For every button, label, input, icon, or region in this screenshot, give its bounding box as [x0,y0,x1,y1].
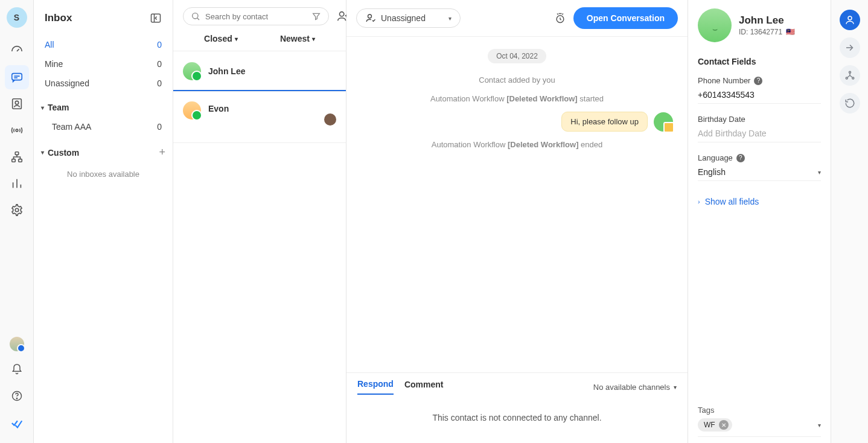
chevron-down-icon[interactable]: ▾ [818,422,821,429]
chevron-right-icon: › [698,198,700,205]
svg-point-17 [846,77,847,79]
custom-section-toggle[interactable]: ▾ Custom + [41,141,165,164]
notifications-icon[interactable] [5,357,29,381]
reports-nav-icon[interactable] [5,171,29,196]
conversation-name: John Lee [208,66,245,76]
inbox-item-mine[interactable]: Mine0 [41,54,165,74]
phone-field-value[interactable]: +60143345543 [698,90,821,104]
inbox-item-all[interactable]: All0 [41,35,165,54]
svg-point-18 [852,77,854,79]
svg-rect-0 [11,74,22,80]
inbox-nav-icon[interactable] [5,65,29,89]
svg-point-16 [849,71,850,73]
language-select[interactable]: English ▾ [698,167,821,181]
chat-pane: Unassigned ▾ Open Conversation Oct 04, 2… [346,0,688,443]
agent-avatar-icon[interactable] [10,337,24,351]
search-icon [191,11,200,21]
sort-filter-dropdown[interactable]: Newest▾ [280,34,315,43]
left-nav-rail: S [0,0,34,443]
tag-remove-icon[interactable]: ✕ [719,420,729,430]
open-conversation-button[interactable]: Open Conversation [573,7,678,29]
dashboard-nav-icon[interactable] [5,39,29,63]
chat-date-pill: Oct 04, 2022 [488,49,546,63]
chevron-down-icon: ▾ [818,169,821,176]
team-item-aaa[interactable]: Team AAA0 [41,117,165,136]
language-field-label: Language ? [698,153,821,162]
tab-comment[interactable]: Comment [404,380,444,394]
svg-rect-6 [18,159,22,162]
svg-point-15 [848,16,852,20]
chevron-down-icon: ▾ [235,36,238,42]
contact-name: John Lee [739,14,795,27]
svg-point-7 [15,208,19,212]
svg-point-9 [16,398,17,399]
custom-empty-text: No inboxes available [41,164,165,179]
system-event-workflow-end: Automation Workflow [Deleted Workflow] e… [432,140,602,149]
broadcast-nav-icon[interactable] [5,118,29,142]
snooze-icon[interactable] [554,12,566,24]
message-bubble: Hi, please follow up [561,112,648,132]
contact-fields-heading: Contact Fields [698,57,821,66]
inbox-item-unassigned[interactable]: Unassigned0 [41,74,165,93]
help-icon[interactable] [5,384,29,408]
chevron-down-icon: ▾ [312,36,315,42]
svg-point-3 [16,129,18,132]
user-check-icon [365,13,376,24]
chevron-down-icon: ▾ [674,384,677,390]
assignee-dropdown[interactable]: Unassigned ▾ [356,8,461,28]
workspace-avatar[interactable]: S [7,7,27,28]
settings-nav-icon[interactable] [5,198,29,222]
contact-details-panel: John Lee ID: 13642771 🇲🇾 Contact Fields … [688,0,831,443]
inbox-title: Inbox [45,12,72,24]
country-flag-icon: 🇲🇾 [786,28,795,36]
brand-logo-icon [5,410,29,435]
conversation-item[interactable]: John Lee [173,51,346,91]
svg-point-12 [340,12,344,16]
contact-avatar-large[interactable] [698,8,732,42]
contacts-nav-icon[interactable] [5,92,29,116]
inbox-sidebar: Inbox All0 Mine0 Unassigned0 ▾ Team Team… [34,0,173,443]
info-tooltip-icon[interactable]: ? [736,154,745,162]
svg-rect-4 [15,152,19,155]
svg-rect-5 [11,159,15,162]
team-section-toggle[interactable]: ▾ Team [41,98,165,117]
collapse-sidebar-icon[interactable] [150,12,162,24]
birthday-field-label: Birthday Date [698,115,821,124]
phone-field-label: Phone Number ? [698,76,821,85]
svg-point-11 [193,13,198,19]
svg-point-2 [15,101,19,104]
svg-point-13 [368,14,372,18]
contact-avatar-icon [183,62,201,80]
tab-respond[interactable]: Respond [357,379,394,395]
info-tooltip-icon[interactable]: ? [754,77,762,85]
contact-id: ID: 13642771 🇲🇾 [739,28,795,36]
show-all-fields-toggle[interactable]: › Show all fields [698,194,821,209]
message-row: Hi, please follow up [361,112,673,132]
channel-selector-dropdown[interactable]: No available channels ▾ [593,383,677,392]
filter-icon[interactable] [311,11,321,21]
tags-label: Tags [698,406,821,415]
system-event-contact-added: Contact added by you [479,75,555,84]
status-filter-dropdown[interactable]: Closed▾ [204,34,238,43]
tags-input[interactable]: WF ✕ ▾ [698,418,821,437]
right-action-rail [831,0,868,443]
search-input-wrapper[interactable] [183,7,329,25]
activity-tab-icon[interactable] [840,93,860,113]
search-input[interactable] [205,12,307,21]
conversation-name: Evon [208,104,229,113]
birthday-field-input[interactable]: Add Birthday Date [698,129,821,142]
sender-avatar-icon [654,112,673,132]
channels-tab-icon[interactable] [840,65,860,86]
conversation-item[interactable]: Evon [173,91,346,143]
assignee-mini-avatar [324,113,336,126]
contact-avatar-icon [183,101,201,120]
workflow-nav-icon[interactable] [5,145,29,169]
merge-tab-icon[interactable] [840,37,860,58]
conversation-list-column: Closed▾ Newest▾ John Lee Evon [173,0,346,443]
add-custom-inbox-icon[interactable]: + [159,146,165,159]
composer-empty-text: This contact is not connected to any cha… [346,395,688,443]
system-event-workflow-start: Automation Workflow [Deleted Workflow] s… [430,94,604,103]
tag-pill: WF ✕ [698,418,732,432]
contact-details-tab-icon[interactable] [840,10,860,30]
chevron-down-icon: ▾ [448,15,452,22]
